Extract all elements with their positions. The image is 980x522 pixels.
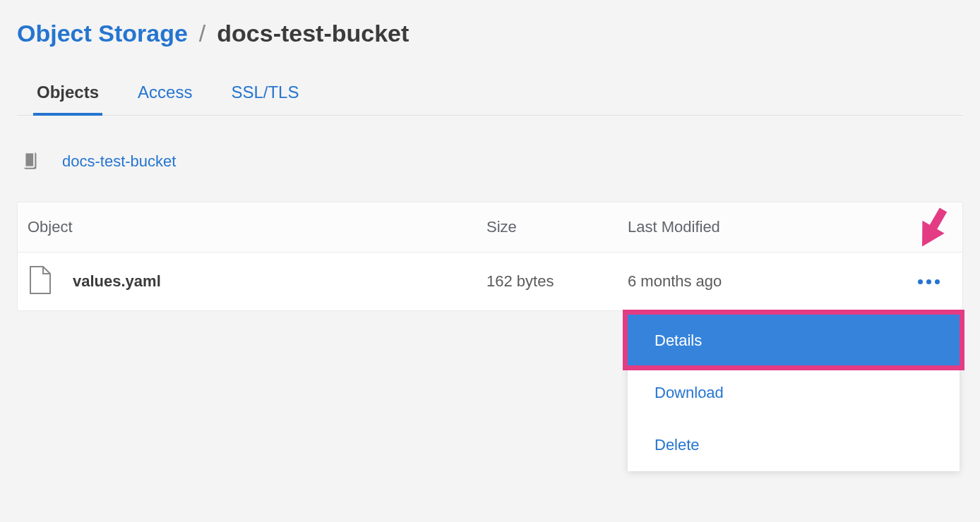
header-object: Object	[28, 218, 486, 236]
tab-ssl-tls[interactable]: SSL/TLS	[231, 83, 299, 115]
bucket-icon	[23, 150, 41, 174]
object-cell: values.yaml	[28, 265, 486, 298]
bucket-path: docs-test-bucket	[17, 150, 963, 174]
breadcrumb-separator: /	[199, 20, 205, 47]
tabs-container: Objects Access SSL/TLS	[17, 83, 963, 116]
size-value: 162 bytes	[486, 272, 628, 291]
modified-cell: 6 months ago	[628, 272, 952, 291]
object-name[interactable]: values.yaml	[73, 272, 161, 291]
dropdown-item-details[interactable]: Details	[628, 315, 960, 367]
header-modified: Last Modified	[628, 218, 952, 236]
kebab-menu-icon[interactable]	[912, 274, 945, 290]
breadcrumb-current: docs-test-bucket	[217, 20, 409, 47]
dropdown-item-download[interactable]: Download	[628, 367, 960, 419]
file-icon	[28, 265, 53, 298]
objects-table: Object Size Last Modified values.yaml 16…	[17, 202, 963, 311]
bucket-name-link[interactable]: docs-test-bucket	[62, 152, 176, 171]
table-row: values.yaml 162 bytes 6 months ago Detai…	[18, 253, 962, 310]
breadcrumb-root-link[interactable]: Object Storage	[17, 20, 188, 47]
modified-value: 6 months ago	[628, 272, 722, 291]
header-size: Size	[486, 218, 628, 236]
table-header: Object Size Last Modified	[18, 202, 962, 253]
tab-access[interactable]: Access	[138, 83, 192, 115]
row-action-dropdown: Details Download Delete	[628, 315, 960, 471]
dropdown-item-delete[interactable]: Delete	[628, 419, 960, 471]
tab-objects[interactable]: Objects	[37, 83, 99, 115]
breadcrumb: Object Storage / docs-test-bucket	[17, 20, 963, 47]
